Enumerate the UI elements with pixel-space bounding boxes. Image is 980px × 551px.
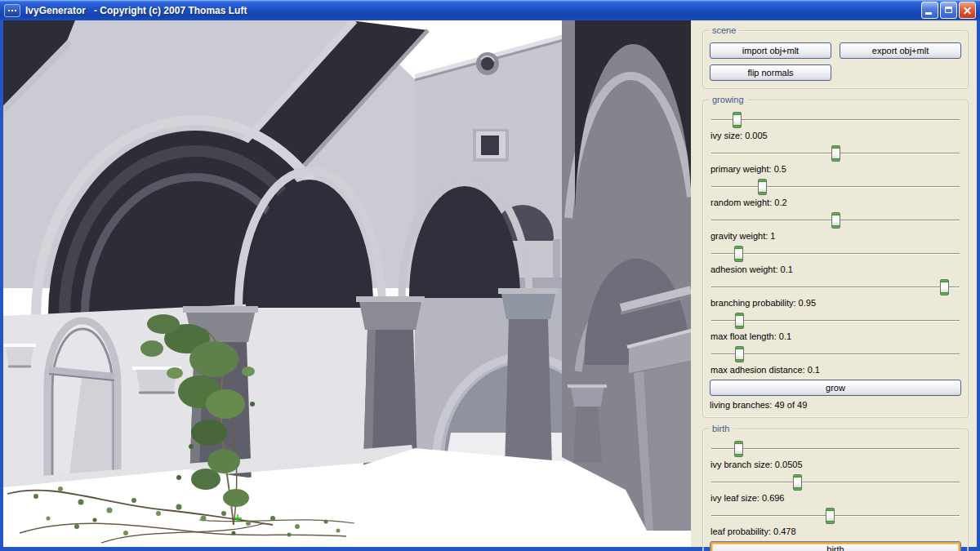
growing-slider-label-2: random weight: 0.2 <box>710 198 961 207</box>
slider-thumb[interactable] <box>831 212 840 229</box>
growing-slider-row-5: branching probability: 0.95 <box>710 279 961 308</box>
app-window: IvyGenerator - Copyright (c) 2007 Thomas… <box>0 0 980 551</box>
growing-slider-label-4: adhesion weight: 0.1 <box>710 264 961 274</box>
close-button[interactable] <box>959 2 976 19</box>
slider-track[interactable] <box>711 448 960 450</box>
birth-slider-row-2: leaf probability: 0.478 <box>710 508 961 536</box>
slider-track[interactable] <box>711 320 960 322</box>
slider-track[interactable] <box>711 287 960 288</box>
growing-group-label: growing <box>709 95 747 104</box>
birth-sliders: ivy branch size: 0.0505ivy leaf size: 0.… <box>710 441 961 536</box>
slider-track[interactable] <box>711 253 960 255</box>
slider-track[interactable] <box>711 186 960 188</box>
slider-thumb[interactable] <box>793 474 802 491</box>
flip-normals-button[interactable]: flip normals <box>710 64 831 81</box>
slider-thumb[interactable] <box>733 112 742 128</box>
growing-slider-6[interactable] <box>710 313 960 330</box>
birth-slider-row-0: ivy branch size: 0.0505 <box>710 441 961 469</box>
growing-slider-2[interactable] <box>710 179 960 196</box>
viewport-3d[interactable] <box>3 20 691 547</box>
growing-slider-label-1: primary weight: 0.5 <box>710 164 961 174</box>
slider-thumb[interactable] <box>758 179 767 195</box>
birth-group: birth ivy branch size: 0.0505ivy leaf si… <box>702 429 969 551</box>
slider-thumb[interactable] <box>735 313 744 329</box>
birth-group-label: birth <box>709 424 733 433</box>
control-panel: scene import obj+mlt export obj+mlt flip… <box>691 20 977 547</box>
growing-slider-label-6: max float length: 0.1 <box>710 331 961 341</box>
slider-track[interactable] <box>711 353 960 355</box>
minimize-button[interactable] <box>921 2 938 19</box>
growing-slider-3[interactable] <box>710 212 960 229</box>
birth-slider-label-1: ivy leaf size: 0.696 <box>710 493 961 503</box>
growing-slider-row-7: max adhesion distance: 0.1 <box>710 346 961 375</box>
growing-sliders: ivy size: 0.005primary weight: 0.5random… <box>710 112 961 375</box>
minimize-icon <box>925 12 932 15</box>
growing-slider-5[interactable] <box>710 279 960 296</box>
growing-slider-row-0: ivy size: 0.005 <box>710 112 961 140</box>
growing-slider-label-3: gravity weight: 1 <box>710 231 961 241</box>
birth-button[interactable]: birth <box>710 541 961 551</box>
maximize-icon <box>945 7 952 13</box>
growing-slider-4[interactable] <box>710 246 960 263</box>
slider-track[interactable] <box>711 482 960 483</box>
slider-thumb[interactable] <box>735 346 744 362</box>
growing-slider-row-6: max float length: 0.1 <box>710 313 961 341</box>
birth-slider-0[interactable] <box>710 441 960 458</box>
growing-slider-0[interactable] <box>710 112 960 129</box>
maximize-button[interactable] <box>940 2 957 19</box>
scene-group-label: scene <box>709 25 739 35</box>
growing-slider-row-1: primary weight: 0.5 <box>710 145 961 174</box>
growing-slider-7[interactable] <box>710 346 960 363</box>
slider-thumb[interactable] <box>831 145 840 162</box>
living-branches-status: living branches: 49 of 49 <box>710 400 961 410</box>
app-icon <box>4 4 20 17</box>
birth-slider-label-2: leaf probability: 0.478 <box>710 527 961 536</box>
titlebar[interactable]: IvyGenerator - Copyright (c) 2007 Thomas… <box>0 0 980 20</box>
import-obj-button[interactable]: import obj+mlt <box>710 42 831 59</box>
growing-slider-label-7: max adhesion distance: 0.1 <box>710 365 961 375</box>
growing-slider-row-4: adhesion weight: 0.1 <box>710 246 961 274</box>
birth-slider-row-1: ivy leaf size: 0.696 <box>710 474 961 503</box>
slider-thumb[interactable] <box>734 441 743 457</box>
growing-slider-row-2: random weight: 0.2 <box>710 179 961 207</box>
slider-thumb[interactable] <box>940 279 949 295</box>
grow-button[interactable]: grow <box>710 380 961 396</box>
scene-group: scene import obj+mlt export obj+mlt flip… <box>702 30 969 89</box>
growing-slider-label-0: ivy size: 0.005 <box>710 131 961 140</box>
courtyard-render <box>3 20 691 547</box>
slider-track[interactable] <box>711 515 960 517</box>
slider-track[interactable] <box>711 119 960 121</box>
growing-slider-row-3: gravity weight: 1 <box>710 212 961 241</box>
slider-thumb[interactable] <box>734 246 743 262</box>
export-obj-button[interactable]: export obj+mlt <box>840 42 961 59</box>
birth-slider-1[interactable] <box>710 474 960 491</box>
growing-slider-label-5: branching probability: 0.95 <box>710 298 961 308</box>
slider-thumb[interactable] <box>826 508 835 524</box>
growing-group: growing ivy size: 0.005primary weight: 0… <box>702 100 969 418</box>
birth-slider-label-0: ivy branch size: 0.0505 <box>710 460 961 469</box>
birth-slider-2[interactable] <box>710 508 960 525</box>
window-title: IvyGenerator - Copyright (c) 2007 Thomas… <box>25 5 916 16</box>
growing-slider-1[interactable] <box>710 145 960 162</box>
